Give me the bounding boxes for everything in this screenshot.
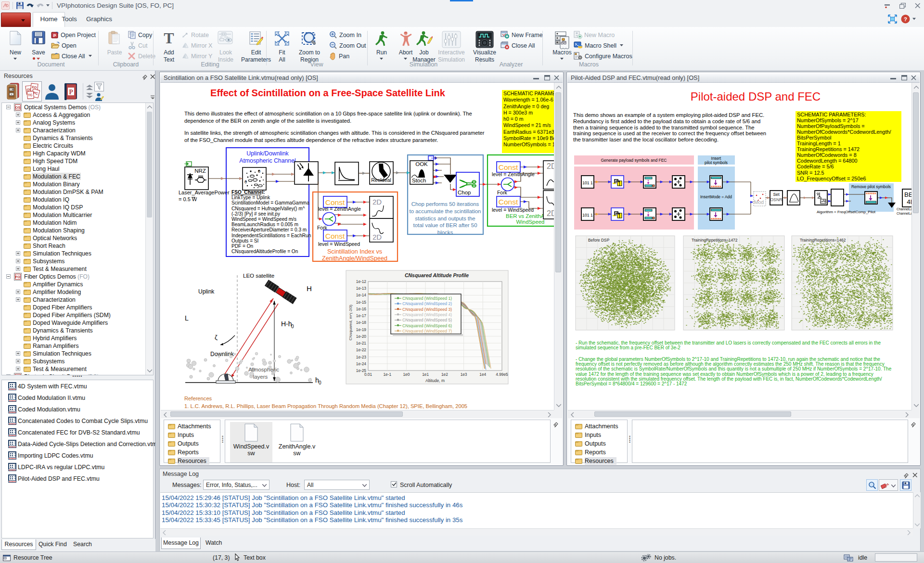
svg-text:layers: layers: [253, 374, 268, 380]
svg-text:CNsquared = HufnagelValley() m: CNsquared = HufnagelValley() m^: [231, 206, 305, 211]
svg-text:EarthRadius = 6371e3 m: EarthRadius = 6371e3 m: [503, 129, 554, 135]
svg-text:blocks: blocks: [437, 230, 453, 235]
svg-text:h0 = 0 m: h0 = 0 m: [503, 116, 524, 122]
svg-text:FO: FO: [32, 85, 37, 89]
svg-text:Algorithm = FreqOffsetComp_Pil: Algorithm = FreqOffsetComp_Pilot: [817, 210, 876, 214]
svg-text:1e-21: 1e-21: [356, 341, 367, 345]
svg-text:1e-1: 1e-1: [383, 372, 391, 377]
svg-text:Laser_AveragePower: Laser_AveragePower: [179, 190, 230, 195]
svg-text:1e0: 1e0: [403, 372, 410, 377]
svg-text:dependence of the BER on zenit: dependence of the BER on zenith angle of…: [184, 118, 351, 124]
svg-text:level = ZenithAngle: level = ZenithAngle: [492, 172, 535, 177]
svg-text:Pilot-aided DSP and FEC: Pilot-aided DSP and FEC: [691, 90, 821, 103]
svg-text:Effect of Scintillation on a F: Effect of Scintillation on a Free-Space …: [210, 88, 446, 98]
svg-text:training sequence is used at t: training sequence is used at the receive…: [573, 130, 766, 136]
svg-text:TrainingRepetitions=1462: TrainingRepetitions=1462: [800, 238, 846, 243]
svg-text:Const: Const: [325, 232, 345, 240]
svg-text:P: P: [53, 33, 56, 38]
svg-text:TrainingRepetitions=1472: TrainingRepetitions=1472: [692, 238, 738, 243]
svg-text:2D: 2D: [547, 162, 554, 170]
svg-text:WindSpeed = WindSpeed m/s: WindSpeed = WindSpeed m/s: [231, 217, 296, 222]
svg-text:Redundancy is first added to t: Redundancy is first added to the payload…: [573, 118, 760, 124]
svg-text:References: References: [184, 396, 212, 401]
svg-text:CodeRate = 5/6: CodeRate = 5/6: [797, 164, 834, 169]
svg-text:Fork: Fork: [497, 190, 508, 195]
svg-text:Insert: Insert: [711, 156, 721, 161]
svg-text:Const: Const: [325, 198, 345, 206]
svg-text:SymbolRate = 10e9 Bd: SymbolRate = 10e9 Bd: [503, 135, 554, 141]
svg-text:1e4: 1e4: [479, 372, 486, 377]
svg-text:This demo shows an example of: This demo shows an example of a system e…: [573, 112, 764, 118]
svg-text:statistics and outputs the: statistics and outputs the: [415, 216, 475, 221]
svg-text:1e-20: 1e-20: [356, 334, 367, 339]
svg-text:This demo illustrates the effe: This demo illustrates the effect of atmo…: [184, 111, 472, 116]
svg-text:1e-18: 1e-18: [356, 320, 367, 325]
svg-text:ZenithAngle = 0 deg: ZenithAngle = 0 deg: [503, 103, 549, 109]
svg-text:Before DSP: Before DSP: [588, 238, 610, 243]
svg-text:Const: Const: [499, 163, 518, 171]
svg-text:FO: FO: [15, 275, 21, 279]
svg-text:Stoch: Stoch: [412, 178, 426, 183]
svg-text:Atmospheric: Atmospheric: [248, 367, 279, 372]
svg-text:1e-22: 1e-22: [356, 347, 367, 352]
svg-text:BitsPerSymbol: BitsPerSymbol: [797, 135, 831, 141]
svg-text:In satellite links, the streng: In satellite links, the strength of atmo…: [184, 130, 485, 136]
svg-text:CNsquared (WindSpeed 5): CNsquared (WindSpeed 5): [402, 318, 452, 322]
svg-text:BER: BER: [904, 191, 911, 198]
svg-text:PDF = On: PDF = On: [231, 243, 253, 249]
svg-text:pilot symbols: pilot symbols: [705, 160, 728, 165]
svg-text:Mod: Mod: [754, 199, 764, 205]
svg-text:WindSpeed = 21 m/s: WindSpeed = 21 m/s: [503, 122, 551, 128]
svg-text:Const: Const: [499, 198, 518, 206]
svg-text:IndependentScintillations = Ea: IndependentScintillations = EachRun: [231, 233, 311, 238]
svg-text:level = WindSpeed: level = WindSpeed: [318, 242, 360, 247]
svg-text:CNsquared (WindSpeed 2): CNsquared (WindSpeed 2): [402, 301, 452, 306]
svg-text:RecIdeal: RecIdeal: [371, 177, 391, 183]
svg-text:Chop performs 50 iterations: Chop performs 50 iterations: [411, 201, 479, 207]
svg-text:H-h: H-h: [281, 320, 292, 328]
svg-text:LinkType = Uplink: LinkType = Uplink: [231, 195, 270, 200]
svg-text:CNsquaredAltitudeProfile = On: CNsquaredAltitudeProfile = On: [231, 249, 298, 254]
svg-text:LO_FrequencyOffset = 250e6: LO_FrequencyOffset = 250e6: [797, 176, 866, 181]
svg-text:simulated sequence from a pre-: simulated sequence from a pre-FEC BER of…: [576, 345, 680, 350]
svg-text:of the FSO_Channel module that: of the FSO_Channel module that specifies…: [184, 137, 438, 143]
svg-text:1e-19: 1e-19: [356, 327, 367, 332]
svg-text:TC: TC: [28, 93, 33, 97]
svg-text:Altitude, m: Altitude, m: [425, 378, 445, 383]
svg-text:1e-12: 1e-12: [356, 279, 367, 284]
svg-text:OSNR: OSNR: [770, 197, 782, 202]
svg-text:ZenithAngle/WindSpeed: ZenithAngle/WindSpeed: [322, 255, 387, 262]
svg-text:1e-14: 1e-14: [356, 293, 367, 297]
svg-text:1e-15: 1e-15: [356, 300, 367, 305]
svg-text:ζ: ζ: [215, 333, 218, 341]
svg-text:1e3: 1e3: [461, 372, 467, 377]
svg-text:L: L: [185, 314, 189, 322]
svg-text:SCHEMATIC PARAMETERS:: SCHEMATIC PARAMETERS:: [797, 112, 866, 117]
svg-text:1e-16: 1e-16: [356, 307, 367, 311]
svg-text:the transmitter laser and the: the transmitter laser and the local osci…: [573, 137, 719, 142]
svg-text:level = ZenithAngle: level = ZenithAngle: [318, 206, 361, 212]
svg-text:2D: 2D: [372, 233, 382, 241]
svg-text:ChannelLabelY =: ChannelLabelY =: [897, 212, 911, 215]
svg-text:NumberOfCodewords*CodewordLeng: NumberOfCodewords*CodewordLength/: [797, 129, 892, 135]
svg-text:Outputs = SI: Outputs = SI: [231, 238, 258, 243]
svg-text:0: 0: [291, 324, 294, 329]
svg-text:level = WindSpeed: level = WindSpeed: [492, 207, 534, 213]
svg-text:0: 0: [258, 169, 260, 174]
svg-text:OOK: OOK: [415, 161, 428, 167]
svg-text:SCHEMATIC PARAMETE: SCHEMATIC PARAMETE: [503, 90, 554, 96]
svg-text:OS: OS: [15, 105, 21, 110]
svg-text:NumberOfPayloadSymbols =: NumberOfPayloadSymbols =: [797, 123, 865, 129]
svg-text:1. L.C. Andrews, R.L. Phillips: 1. L.C. Andrews, R.L. Phillips, Laser Be…: [184, 403, 467, 409]
svg-text:H: H: [307, 284, 312, 293]
svg-text:1e-23: 1e-23: [356, 355, 367, 359]
svg-text:H = 300e3 m: H = 300e3 m: [503, 110, 533, 115]
svg-text:ReceiverApertureDiameter = 0.3: ReceiverApertureDiameter = 0.3 m: [231, 227, 307, 232]
svg-text:CNsquared (WindSpeed 4): CNsquared (WindSpeed 4): [402, 312, 452, 317]
svg-text:Generate payload symbols and F: Generate payload symbols and FEC: [601, 158, 667, 163]
svg-text:CNsquared (WindSpeed 1): CNsquared (WindSpeed 1): [402, 296, 452, 301]
svg-text:Chop: Chop: [458, 190, 471, 195]
svg-text:ChannelLabelX =: ChannelLabelX =: [897, 207, 911, 211]
svg-text:Atmospheric Channel: Atmospheric Channel: [239, 157, 296, 164]
svg-text:Set: Set: [773, 192, 780, 197]
